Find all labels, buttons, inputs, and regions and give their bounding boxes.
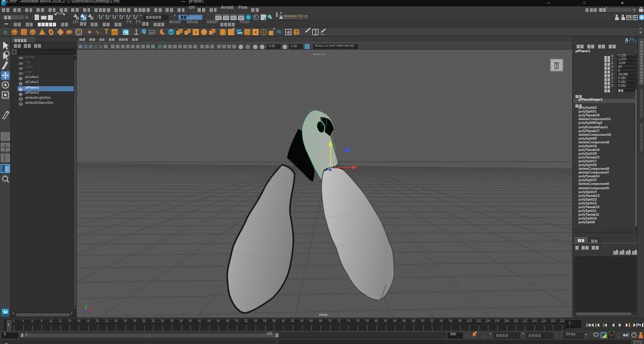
svg-text:persp: persp xyxy=(319,313,327,316)
